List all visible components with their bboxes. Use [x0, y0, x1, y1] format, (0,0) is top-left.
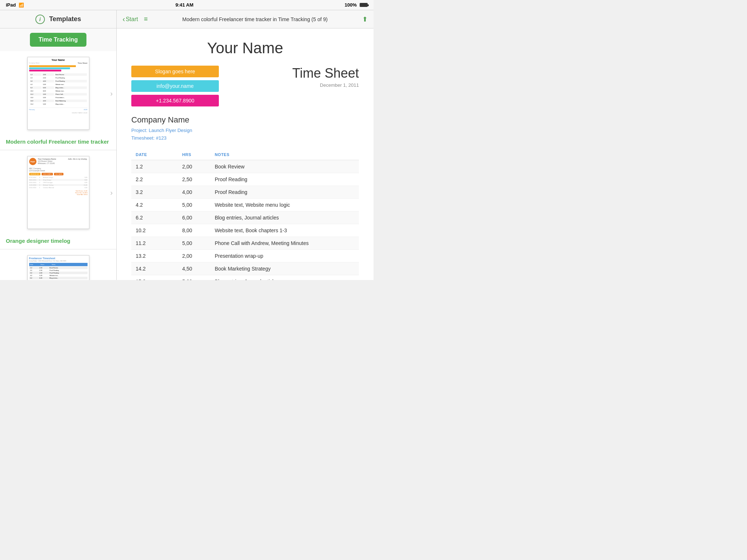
doc-top-section: Slogan goes here info@your.name +1.234.5…: [131, 66, 359, 106]
company-section: Company Name Project: Launch Flyer Desig…: [131, 115, 359, 142]
thumb-image-3: Freelancer Timesheet Cindy Nolan • 1234 …: [27, 255, 89, 280]
cell-hrs: 5,00: [178, 275, 210, 280]
wifi-icon: 📶: [19, 3, 24, 8]
template-item-3[interactable]: Freelancer Timesheet Cindy Nolan • 1234 …: [0, 249, 116, 280]
timesheet-table: DATE HRS NOTES 1.22,00Book Review2.22,50…: [131, 149, 359, 280]
template-thumbnail-2: logo Your Company Name 123 Boston Street…: [0, 150, 116, 235]
cell-notes: Website text, Book chapters 1-3: [210, 224, 359, 237]
cell-notes: Book Marketing Strategy: [210, 262, 359, 275]
cell-hrs: 2,50: [178, 173, 210, 186]
email-bar: info@your.name: [131, 80, 219, 92]
cell-notes: Website text, Website menu logic: [210, 198, 359, 211]
timesheet-meta: Timesheet: #123: [131, 135, 359, 142]
table-row: 11.25,00Phone Call with Andrew, Meeting …: [131, 237, 359, 249]
cell-date: 15.2: [131, 275, 178, 280]
battery-icon: [360, 3, 368, 7]
nav-bar: i Templates ‹ Start ≡ Modern colorful Fr…: [0, 10, 374, 28]
cell-date: 6.2: [131, 211, 178, 224]
cell-date: 2.2: [131, 173, 178, 186]
table-row: 14.24,50Book Marketing Strategy: [131, 262, 359, 275]
col-hrs: HRS: [178, 149, 210, 160]
phone-bar: +1.234.567.8900: [131, 95, 219, 106]
cell-notes: Book Review: [210, 160, 359, 173]
main-content: Time Tracking Your Name Company Name Tim…: [0, 28, 374, 280]
table-row: 10.28,00Website text, Book chapters 1-3: [131, 224, 359, 237]
template-label-2: Orange designer timelog: [0, 235, 116, 249]
template-item-2[interactable]: logo Your Company Name 123 Boston Street…: [0, 150, 116, 249]
cell-notes: Phone Call with Andrew, Meeting Minutes: [210, 237, 359, 249]
template-item-1[interactable]: Your Name Company Name Time Sheet 1.22,0…: [0, 51, 116, 150]
timesheet-date: December 1, 2011: [292, 82, 359, 88]
cell-hrs: 4,50: [178, 262, 210, 275]
table-row: 6.26,00Blog entries, Journal articles: [131, 211, 359, 224]
cell-notes: Blog entries, Journal articles: [210, 275, 359, 280]
cell-notes: Proof Reading: [210, 186, 359, 198]
col-date: DATE: [131, 149, 178, 160]
your-name-heading: Your Name: [131, 39, 359, 57]
ipad-label: iPad: [6, 2, 16, 8]
cell-hrs: 6,00: [178, 211, 210, 224]
status-bar: iPad 📶 9:41 AM 100%: [0, 0, 374, 10]
thumb-image-1: Your Name Company Name Time Sheet 1.22,0…: [27, 57, 89, 130]
cell-date: 11.2: [131, 237, 178, 249]
template-thumbnail-3: Freelancer Timesheet Cindy Nolan • 1234 …: [0, 249, 116, 280]
preview-pane: Your Name Slogan goes here info@your.nam…: [117, 28, 374, 280]
table-row: 1.22,00Book Review: [131, 160, 359, 173]
timesheet-title: Time Sheet: [292, 66, 359, 81]
chevron-left-icon: ‹: [123, 15, 125, 23]
status-right: 100%: [345, 2, 368, 8]
chevron-right-icon-1: ›: [110, 89, 113, 98]
list-button[interactable]: ≡: [144, 15, 148, 23]
table-row: 3.24,00Proof Reading: [131, 186, 359, 198]
cell-date: 13.2: [131, 249, 178, 262]
table-row: 2.22,50Proof Reading: [131, 173, 359, 186]
time-display: 9:41 AM: [175, 2, 193, 8]
thumb-image-2: logo Your Company Name 123 Boston Street…: [27, 156, 89, 229]
cell-hrs: 2,00: [178, 160, 210, 173]
nav-center-title: Modern colorful Freelancer time tracker …: [152, 16, 358, 22]
table-header-row: DATE HRS NOTES: [131, 149, 359, 160]
cell-notes: Proof Reading: [210, 173, 359, 186]
info-button[interactable]: i: [35, 15, 45, 24]
sidebar: Time Tracking Your Name Company Name Tim…: [0, 28, 117, 280]
status-left: iPad 📶: [6, 2, 24, 8]
timesheet-header: Time Sheet December 1, 2011: [292, 66, 359, 88]
slogan-bar: Slogan goes here: [131, 66, 219, 77]
cell-hrs: 8,00: [178, 224, 210, 237]
category-button[interactable]: Time Tracking: [30, 33, 86, 47]
table-row: 4.25,00Website text, Website menu logic: [131, 198, 359, 211]
chevron-right-icon-2: ›: [110, 188, 113, 197]
nav-left-panel: i Templates: [0, 10, 117, 28]
company-name: Company Name: [131, 115, 359, 125]
nav-right-panel: ‹ Start ≡ Modern colorful Freelancer tim…: [117, 15, 374, 23]
cell-hrs: 4,00: [178, 186, 210, 198]
cell-date: 10.2: [131, 224, 178, 237]
timesheet-num: #123: [156, 135, 166, 141]
table-row: 13.22,00Presentation wrap-up: [131, 249, 359, 262]
cell-hrs: 5,00: [178, 237, 210, 249]
nav-left-title: Templates: [49, 15, 81, 23]
cell-hrs: 5,00: [178, 198, 210, 211]
contact-bars: Slogan goes here info@your.name +1.234.5…: [131, 66, 219, 106]
cell-notes: Presentation wrap-up: [210, 249, 359, 262]
back-label: Start: [126, 16, 138, 23]
share-button[interactable]: ⬆: [362, 15, 368, 23]
cell-hrs: 2,00: [178, 249, 210, 262]
template-thumbnail-1: Your Name Company Name Time Sheet 1.22,0…: [0, 51, 116, 136]
table-row: 15.25,00Blog entries, Journal articles: [131, 275, 359, 280]
project-meta: Project: Launch Flyer Design: [131, 127, 359, 135]
template-label-1: Modern colorful Freelancer time tracker: [0, 136, 116, 150]
col-notes: NOTES: [210, 149, 359, 160]
cell-date: 1.2: [131, 160, 178, 173]
cell-date: 4.2: [131, 198, 178, 211]
project-label: Project:: [131, 128, 147, 133]
back-button[interactable]: ‹ Start: [123, 15, 138, 23]
cell-date: 3.2: [131, 186, 178, 198]
cell-notes: Blog entries, Journal articles: [210, 211, 359, 224]
project-value: Launch Flyer Design: [149, 128, 192, 133]
battery-percent: 100%: [345, 2, 357, 8]
timesheet-label: Timesheet:: [131, 135, 155, 141]
cell-date: 14.2: [131, 262, 178, 275]
